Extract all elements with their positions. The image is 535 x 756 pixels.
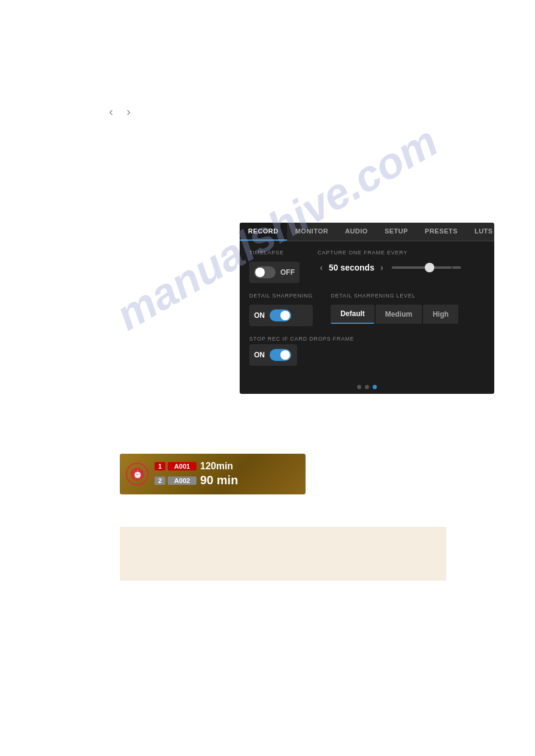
sharpening-level-section: DETAIL SHARPENING LEVEL Default Medium H… <box>331 293 458 324</box>
stop-rec-label: STOP REC IF CARD DROPS FRAME <box>249 336 485 342</box>
record-clock-icon: ⏰ <box>132 469 143 479</box>
dot-2[interactable] <box>365 385 369 389</box>
slider-thumb[interactable] <box>425 263 434 272</box>
timelapse-toggle-knob <box>255 268 265 277</box>
card-slots: 1 A001 120min 2 A002 90 min <box>155 457 306 491</box>
settings-panel: RECORD MONITOR AUDIO SETUP PRESETS LUTS … <box>240 223 494 394</box>
tab-bar: RECORD MONITOR AUDIO SETUP PRESETS LUTS <box>240 223 494 241</box>
stop-rec-toggle[interactable]: ON <box>249 344 297 366</box>
stop-rec-on-label: ON <box>254 351 265 359</box>
slot2-name: A002 <box>168 476 197 485</box>
slot1-time: 120min <box>200 461 233 472</box>
slot2-time: 90 min <box>200 473 238 487</box>
timelapse-section: TIMELAPSE OFF <box>249 250 300 283</box>
sharpening-row: DETAIL SHARPENING ON DETAIL SHARPENING L… <box>249 293 485 326</box>
frame-selector: ‹ 50 seconds › <box>318 262 485 274</box>
tab-audio[interactable]: AUDIO <box>337 223 376 241</box>
record-icon: ⏰ <box>126 463 149 485</box>
tab-setup[interactable]: SETUP <box>376 223 416 241</box>
capture-slider[interactable] <box>392 266 452 269</box>
cream-box <box>120 527 446 581</box>
dot-1[interactable] <box>357 385 361 389</box>
record-inner: ⏰ <box>131 467 144 481</box>
detail-sharpening-section: DETAIL SHARPENING ON <box>249 293 313 326</box>
timelapse-toggle[interactable]: OFF <box>249 262 300 283</box>
card-icon-area: ⏰ <box>120 458 155 490</box>
stop-rec-section: STOP REC IF CARD DROPS FRAME ON <box>249 336 485 366</box>
slider-line <box>452 266 461 269</box>
timelapse-off-label: OFF <box>280 268 295 277</box>
card-slot-1: 1 A001 120min <box>155 461 306 472</box>
prev-page-arrow[interactable]: ‹ <box>107 102 116 121</box>
level-btn-high[interactable]: High <box>423 305 458 324</box>
sharpening-toggle-knob <box>280 311 290 320</box>
dot-3[interactable] <box>373 385 377 389</box>
tab-luts[interactable]: LUTS <box>466 223 494 241</box>
timelapse-toggle-switch[interactable] <box>254 266 276 278</box>
timelapse-row: TIMELAPSE OFF CAPTURE ONE FRAME EVERY ‹ <box>249 250 485 283</box>
capture-next-arrow[interactable]: › <box>378 262 386 274</box>
tab-presets[interactable]: PRESETS <box>416 223 466 241</box>
detail-sharpening-label: DETAIL SHARPENING <box>249 293 313 299</box>
card-slot-2: 2 A002 90 min <box>155 473 306 487</box>
timelapse-label: TIMELAPSE <box>249 250 300 256</box>
sharpening-level-label: DETAIL SHARPENING LEVEL <box>331 293 458 299</box>
sharpening-on-label: ON <box>254 311 265 320</box>
capture-prev-arrow[interactable]: ‹ <box>318 262 325 274</box>
slot1-name: A001 <box>168 462 197 470</box>
slot2-number: 2 <box>155 476 165 485</box>
stop-rec-toggle-switch[interactable] <box>270 349 291 361</box>
capture-value: 50 seconds <box>329 263 374 272</box>
pagination-dots <box>240 379 494 394</box>
stop-rec-toggle-knob <box>280 350 290 360</box>
next-page-arrow[interactable]: › <box>124 102 133 121</box>
level-btn-default[interactable]: Default <box>331 305 374 324</box>
tab-record[interactable]: RECORD <box>240 223 287 241</box>
panel-content: TIMELAPSE OFF CAPTURE ONE FRAME EVERY ‹ <box>240 241 494 379</box>
level-buttons: Default Medium High <box>331 305 458 324</box>
capture-label: CAPTURE ONE FRAME EVERY <box>318 250 485 256</box>
detail-sharpening-toggle[interactable]: ON <box>249 305 313 326</box>
slot1-number: 1 <box>155 462 165 470</box>
sharpening-toggle-switch[interactable] <box>270 309 291 321</box>
capture-section: CAPTURE ONE FRAME EVERY ‹ 50 seconds › <box>318 250 485 274</box>
card-panel: ⏰ 1 A001 120min 2 A002 90 min <box>120 454 306 494</box>
tab-monitor[interactable]: MONITOR <box>287 223 337 241</box>
level-btn-medium[interactable]: Medium <box>376 305 422 324</box>
